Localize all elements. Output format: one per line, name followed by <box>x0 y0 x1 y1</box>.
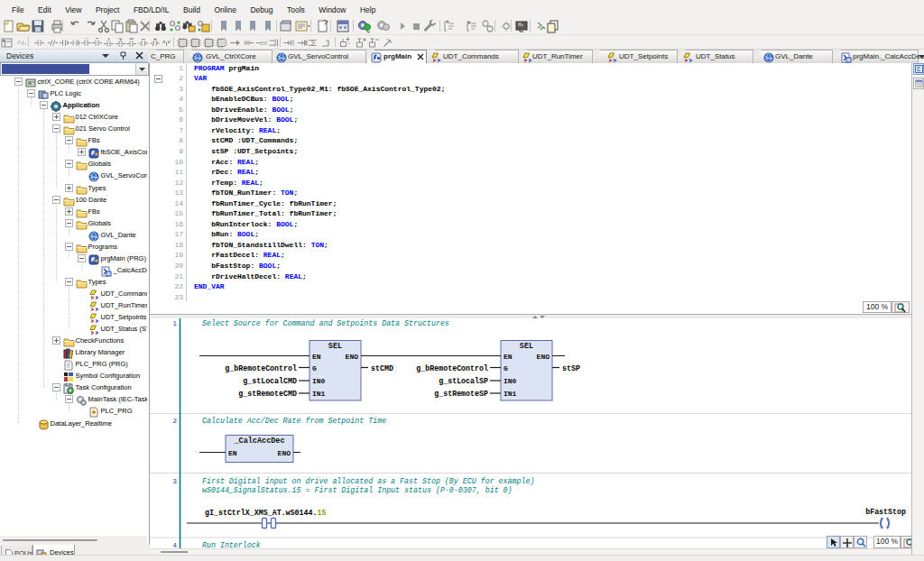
svg-text:15: 15 <box>318 509 327 517</box>
svg-text:4: 4 <box>172 541 177 548</box>
svg-text:SEL: SEL <box>328 342 342 351</box>
svg-text:IN0: IN0 <box>312 377 326 385</box>
svg-text:G: G <box>504 364 508 372</box>
svg-text:g_bRemoteControl: g_bRemoteControl <box>416 364 488 372</box>
svg-text:bFastStop: bFastStop <box>865 508 906 516</box>
svg-text:exit: exit <box>260 40 267 46</box>
svg-text:1: 1 <box>172 319 177 327</box>
svg-text:SEL: SEL <box>520 342 533 351</box>
svg-text:Select Source for Command and: Select Source for Command and Setpoints … <box>202 319 449 327</box>
svg-text:wS0144_SignalStatus.15 = First: wS0144_SignalStatus.15 = First Digital I… <box>202 486 513 494</box>
svg-text:stCMD: stCMD <box>371 364 393 372</box>
svg-text:g_stRemoteCMD: g_stRemoteCMD <box>238 390 297 398</box>
svg-text:EN: EN <box>228 449 237 457</box>
svg-text:ENO: ENO <box>278 449 291 457</box>
svg-text:Run Interlock: Run Interlock <box>202 541 261 548</box>
svg-text:3: 3 <box>172 477 177 485</box>
svg-text:G: G <box>312 364 317 372</box>
svg-text:Calculate Acc/Dec Rate from Se: Calculate Acc/Dec Rate from Setpoint Tim… <box>202 417 386 425</box>
svg-text:IN1: IN1 <box>312 390 326 398</box>
svg-text:First Digital input on drive a: First Digital input on drive allocated a… <box>202 477 534 485</box>
svg-text:stSP: stSP <box>562 364 580 372</box>
svg-text:ENO: ENO <box>537 353 550 361</box>
svg-text:IN1: IN1 <box>504 390 517 398</box>
svg-text:2: 2 <box>172 417 177 425</box>
svg-text:ENO: ENO <box>346 353 359 361</box>
svg-text:gI_stCtrlX_XMS_AT.wS0144.: gI_stCtrlX_XMS_AT.wS0144. <box>205 509 317 517</box>
svg-text:IN0: IN0 <box>504 377 517 385</box>
svg-text:g_stLocalCMD: g_stLocalCMD <box>243 377 297 385</box>
svg-text:_CalcAccDec: _CalcAccDec <box>233 437 284 446</box>
svg-text:g_stRemoteSP: g_stRemoteSP <box>434 390 488 398</box>
svg-text:EN: EN <box>504 353 513 361</box>
svg-text:g_stLocalSP: g_stLocalSP <box>439 377 488 385</box>
svg-text:g_bRemoteControl: g_bRemoteControl <box>225 364 297 372</box>
svg-text:EN: EN <box>312 353 321 361</box>
